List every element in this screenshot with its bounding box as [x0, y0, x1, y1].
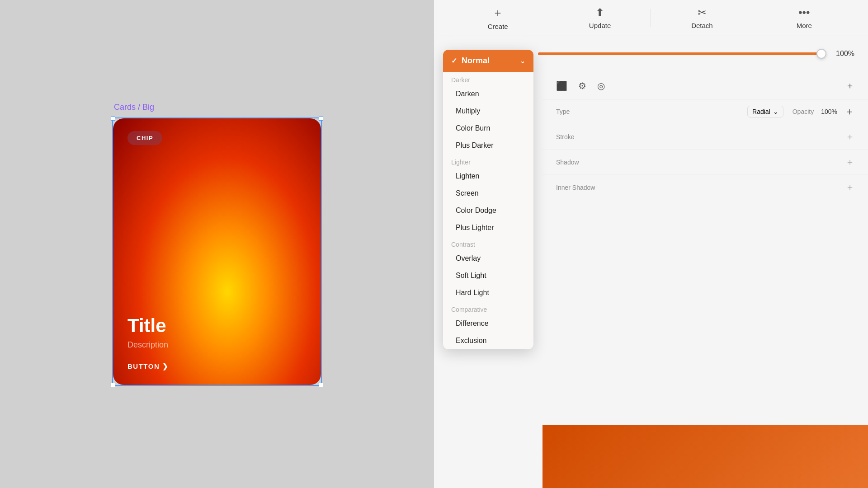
- create-button[interactable]: ＋ Create: [475, 5, 520, 30]
- right-panel: ＋ Create ⬆ Update ✂ Detach ••• More ✓ No…: [434, 0, 868, 488]
- check-icon: ✓: [451, 56, 457, 65]
- blend-lighten[interactable]: Lighten: [443, 168, 533, 185]
- blend-plus-lighter[interactable]: Plus Lighter: [443, 219, 533, 236]
- fill-type-selector[interactable]: Radial ⌄: [747, 106, 783, 117]
- card-selection[interactable]: CHIP Title Description BUTTON ❯: [112, 117, 322, 386]
- panel-content: ✓ Normal ⌄ Darker Darken Multiply Color …: [434, 36, 868, 488]
- chip-label: CHIP: [127, 131, 162, 145]
- blend-soft-light[interactable]: Soft Light: [443, 267, 533, 284]
- update-button[interactable]: ⬆ Update: [577, 6, 623, 29]
- blend-hard-light[interactable]: Hard Light: [443, 284, 533, 301]
- resize-handle-tl[interactable]: [111, 116, 115, 121]
- detach-icon: ✂: [698, 6, 707, 19]
- blend-darken[interactable]: Darken: [443, 85, 533, 103]
- fill-opacity-value: 100%: [821, 108, 837, 115]
- panel-icons-row: ⬛ ⚙ ◎ ＋: [542, 72, 868, 99]
- settings-icon[interactable]: ⚙: [578, 80, 586, 91]
- stroke-add-button[interactable]: ＋: [845, 131, 854, 143]
- inner-shadow-label: Inner Shadow: [556, 184, 845, 191]
- panel-right-section: ⬛ ⚙ ◎ ＋ Type Radial ⌄ Opacity 100% ＋: [542, 72, 868, 200]
- fill-type-chevron: ⌄: [773, 108, 778, 115]
- card-content: Title Description BUTTON ❯: [127, 315, 307, 371]
- inner-shadow-add-button[interactable]: ＋: [845, 181, 854, 193]
- fill-opacity-col: Opacity: [793, 108, 814, 115]
- detach-button[interactable]: ✂ Detach: [679, 6, 725, 29]
- blend-multiply[interactable]: Multiply: [443, 103, 533, 120]
- section-label-contrast: Contrast: [443, 236, 533, 250]
- upload-icon: ⬆: [595, 6, 604, 19]
- breadcrumb: Cards / Big: [114, 103, 154, 112]
- fill-row: Type Radial ⌄ Opacity 100% ＋: [542, 99, 868, 124]
- opacity-value: 100%: [832, 50, 854, 58]
- blend-color-burn[interactable]: Color Burn: [443, 120, 533, 137]
- toolbar-divider-2: [651, 9, 651, 27]
- dropdown-header[interactable]: ✓ Normal ⌄: [443, 50, 533, 72]
- blend-plus-darker[interactable]: Plus Darker: [443, 137, 533, 154]
- shadow-row: Shadow ＋: [542, 150, 868, 175]
- inner-shadow-row: Inner Shadow ＋: [542, 175, 868, 200]
- blend-difference[interactable]: Difference: [443, 315, 533, 332]
- card: CHIP Title Description BUTTON ❯: [113, 118, 321, 385]
- card-title: Title: [127, 315, 307, 337]
- toolbar-divider-3: [753, 9, 753, 27]
- fill-type-value: Radial: [752, 108, 770, 115]
- card-button[interactable]: BUTTON ❯: [127, 362, 307, 371]
- blend-mode-dropdown[interactable]: ✓ Normal ⌄ Darker Darken Multiply Color …: [443, 50, 533, 349]
- more-dots-icon: •••: [798, 6, 810, 19]
- toolbar: ＋ Create ⬆ Update ✂ Detach ••• More: [434, 0, 868, 36]
- toolbar-divider-1: [549, 9, 549, 27]
- resize-handle-bl[interactable]: [111, 383, 115, 387]
- target-icon[interactable]: ◎: [597, 80, 605, 91]
- blend-screen[interactable]: Screen: [443, 185, 533, 202]
- layers-icon[interactable]: ⬛: [556, 80, 567, 91]
- section-label-darker: Darker: [443, 72, 533, 85]
- dropdown-arrow-icon: ⌄: [520, 57, 525, 65]
- blend-overlay[interactable]: Overlay: [443, 250, 533, 267]
- more-label: More: [797, 22, 812, 29]
- card-description: Description: [127, 340, 307, 350]
- resize-handle-tr[interactable]: [319, 116, 323, 121]
- shadow-add-button[interactable]: ＋: [845, 156, 854, 168]
- section-label-comparative: Comparative: [443, 301, 533, 315]
- section-label-lighter: Lighter: [443, 154, 533, 168]
- fill-add-button[interactable]: ＋: [844, 105, 854, 118]
- resize-handle-br[interactable]: [319, 383, 323, 387]
- opacity-bar-area: 100%: [538, 50, 854, 58]
- shadow-label: Shadow: [556, 159, 845, 166]
- orange-gradient-bar: [542, 425, 868, 488]
- create-label: Create: [488, 23, 508, 30]
- add-icon[interactable]: ＋: [845, 80, 854, 92]
- selected-blend-mode: Normal: [462, 56, 490, 66]
- blend-exclusion[interactable]: Exclusion: [443, 332, 533, 349]
- stroke-label: Stroke: [556, 133, 845, 141]
- opacity-slider[interactable]: [538, 52, 826, 55]
- plus-icon: ＋: [492, 5, 503, 20]
- canvas: Cards / Big CHIP Title Description BUTTO…: [0, 0, 434, 488]
- update-label: Update: [589, 22, 611, 29]
- stroke-row: Stroke ＋: [542, 124, 868, 150]
- opacity-slider-thumb[interactable]: [816, 49, 826, 59]
- fill-type-col: Type: [556, 108, 570, 115]
- detach-label: Detach: [691, 22, 713, 29]
- more-button[interactable]: ••• More: [782, 6, 827, 29]
- blend-color-dodge[interactable]: Color Dodge: [443, 202, 533, 219]
